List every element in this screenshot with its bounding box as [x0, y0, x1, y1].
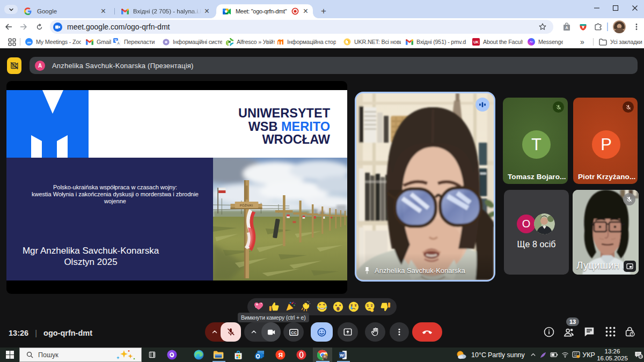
svg-text:18: 18 — [639, 354, 643, 358]
svg-text:CC: CC — [291, 330, 296, 335]
svg-text:PÓŹNIKI: PÓŹNIKI — [240, 204, 253, 207]
svg-text:A: A — [565, 26, 568, 29]
svg-text:W: W — [340, 352, 344, 357]
svg-text:zm: zm — [27, 41, 31, 44]
svg-text:UK: UK — [473, 40, 479, 44]
svg-text:Я: Я — [278, 352, 282, 358]
